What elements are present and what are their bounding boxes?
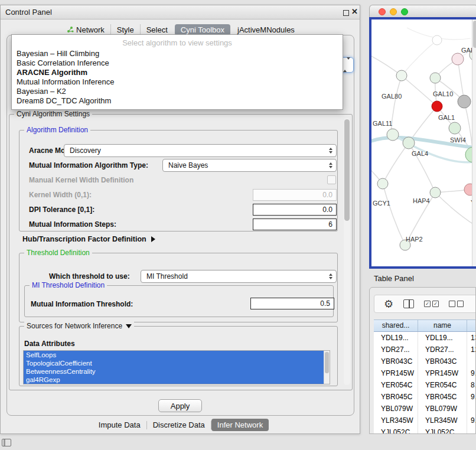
tab-select[interactable]: Select xyxy=(140,24,174,35)
network-view-frame: GAL GAL80 GAL10 GAL11 GAL1 SWI4 GAL4 GCY… xyxy=(369,17,476,269)
network-node[interactable] xyxy=(432,35,442,45)
column-header-name[interactable]: name xyxy=(418,320,467,331)
table-row[interactable]: YER054CYER054C8. xyxy=(374,379,476,391)
threshold-definition-group: Threshold Definition Which threshold to … xyxy=(19,253,338,322)
network-node-red[interactable] xyxy=(432,101,442,112)
combo-arrows-icon xyxy=(329,273,336,279)
network-node[interactable] xyxy=(430,187,441,198)
dropdown-item-mutual-information[interactable]: Mutual Information Inference xyxy=(12,77,343,87)
mi-threshold-group: MI Threshold Definition Mutual Informati… xyxy=(24,285,334,317)
dpi-tolerance-label: DPI Tolerance [0,1]: xyxy=(29,206,94,214)
control-panel-titlebar[interactable]: Control Panel ✕ xyxy=(1,5,360,19)
network-window-titlebar[interactable] xyxy=(369,5,476,17)
sources-expander[interactable]: Sources for Network Inference xyxy=(24,322,134,330)
control-panel-window: Control Panel ✕ Network Style Select Cyn… xyxy=(0,5,360,434)
scrollbar-thumb[interactable] xyxy=(344,119,350,221)
settings-scrollbar[interactable] xyxy=(344,118,350,385)
table-row[interactable]: YJL052CYJL052C xyxy=(374,426,476,434)
mi-type-label: Mutual Information Algorithm Type: xyxy=(29,161,148,169)
network-canvas[interactable]: GAL GAL80 GAL10 GAL11 GAL1 SWI4 GAL4 GCY… xyxy=(371,19,476,266)
network-node[interactable] xyxy=(430,73,441,83)
tab-infer-network[interactable]: Infer Network xyxy=(211,419,269,431)
deselect-all-icon[interactable] xyxy=(449,301,464,307)
close-window-icon[interactable]: ✕ xyxy=(351,7,358,16)
which-threshold-select[interactable]: MI Threshold xyxy=(141,270,337,283)
aracne-mode-value: Discovery xyxy=(70,146,101,155)
dropdown-item-bayesian-hill-climbing[interactable]: Bayesian – Hill Climbing xyxy=(12,49,343,58)
tab-impute-data[interactable]: Impute Data xyxy=(93,419,146,431)
table-row[interactable]: YDR27...YDR27...12 xyxy=(374,344,476,356)
mi-algorithm-type-select[interactable]: Naive Bayes xyxy=(162,159,337,172)
bottom-tab-bar: Impute Data Discretize Data Infer Networ… xyxy=(1,419,361,431)
node-label: GAL1 xyxy=(438,114,455,121)
float-window-icon[interactable] xyxy=(343,10,349,16)
zoom-traffic-light[interactable] xyxy=(401,8,408,15)
network-node[interactable] xyxy=(449,122,461,134)
settings-group-title: Cyni Algorithm Settings xyxy=(14,110,92,118)
column-header-shared[interactable]: shared... xyxy=(374,320,418,331)
tab-style[interactable]: Style xyxy=(110,24,140,35)
list-item-selfloops[interactable]: SelfLoops xyxy=(24,351,324,359)
minimized-panel-icon[interactable] xyxy=(2,439,11,446)
algorithm-dropdown-popup: Select algorithm to view settings Bayesi… xyxy=(11,34,343,110)
tab-label: Cyni Toolbox xyxy=(181,25,224,34)
attributes-list-scrollbar[interactable] xyxy=(324,351,330,384)
aracne-mode-select[interactable]: Discovery xyxy=(64,144,337,157)
columns-icon[interactable] xyxy=(403,299,414,308)
network-scrollbar[interactable] xyxy=(472,19,476,266)
threshold-definition-title: Threshold Definition xyxy=(24,249,92,257)
network-icon xyxy=(67,26,74,33)
table-row[interactable]: YDL19...YDL19...13 xyxy=(374,332,476,344)
scrollbar-thumb[interactable] xyxy=(473,21,476,48)
close-traffic-light[interactable] xyxy=(379,8,386,15)
list-item-betweennesscentrality[interactable]: BetweennessCentrality xyxy=(24,367,324,376)
table-row[interactable]: YBR045CYBR045C9. xyxy=(374,391,476,403)
network-node[interactable] xyxy=(452,53,464,65)
node-label: GAL4 xyxy=(412,150,428,157)
dropdown-item-basic-correlation[interactable]: Basic Correlation Inference xyxy=(12,58,343,68)
node-label: GCY1 xyxy=(373,200,390,207)
hub-definition-expander[interactable]: Hub/Transcription Factor Definition xyxy=(22,235,155,243)
scrollbar-thumb[interactable] xyxy=(325,352,329,373)
table-row[interactable]: YLR345WYLR345W9. xyxy=(374,415,476,426)
algorithm-definition-group: Algorithm Definition Aracne Mode: Discov… xyxy=(19,130,338,231)
table-row[interactable]: YBL079WYBL079W xyxy=(374,403,476,415)
network-node[interactable] xyxy=(403,137,415,149)
network-node[interactable] xyxy=(377,178,388,189)
network-node[interactable] xyxy=(387,129,399,141)
cyni-algorithm-settings-group: Cyni Algorithm Settings Algorithm Defini… xyxy=(9,114,353,390)
mi-threshold-input[interactable] xyxy=(250,298,334,309)
unchecked-box-icon xyxy=(457,301,464,307)
dropdown-item-aracne[interactable]: ARACNE Algorithm xyxy=(12,68,343,77)
expander-right-icon xyxy=(151,236,155,242)
which-threshold-label: Which threshold to use: xyxy=(49,272,130,281)
table-row[interactable]: YBR043CYBR043C xyxy=(374,356,476,367)
minimize-traffic-light[interactable] xyxy=(390,8,397,15)
tab-discretize-data[interactable]: Discretize Data xyxy=(147,419,211,431)
column-header-partial[interactable] xyxy=(467,320,476,331)
node-label: GAL80 xyxy=(382,93,402,100)
node-label: GAL10 xyxy=(433,90,453,97)
node-label: GAL11 xyxy=(373,120,392,127)
list-item-topologicalcoefficient[interactable]: TopologicalCoefficient xyxy=(24,359,324,367)
gear-icon[interactable]: ⚙ xyxy=(384,299,393,309)
tab-cyni-toolbox[interactable]: Cyni Toolbox xyxy=(175,24,230,35)
mi-steps-input[interactable] xyxy=(253,219,337,230)
mi-threshold-label: Mutual Information Threshold: xyxy=(31,300,133,308)
network-node-gray[interactable] xyxy=(458,95,471,108)
data-attributes-list[interactable]: SelfLoops TopologicalCoefficient Between… xyxy=(23,350,330,384)
select-all-icon[interactable] xyxy=(424,301,439,307)
dropdown-item-bayesian-k2[interactable]: Bayesian – K2 xyxy=(12,87,343,96)
tab-network[interactable]: Network xyxy=(61,24,110,35)
dpi-tolerance-input[interactable] xyxy=(253,204,337,216)
table-body: YDL19...YDL19...13 YDR27...YDR27...12 YB… xyxy=(374,332,476,434)
mi-steps-label: Mutual Information Steps: xyxy=(29,220,116,229)
dropdown-item-dream8[interactable]: Dream8 DC_TDC Algorithm xyxy=(12,96,343,106)
table-row[interactable]: YPR145WYPR145W9. xyxy=(374,367,476,379)
network-node[interactable] xyxy=(396,70,407,81)
apply-button[interactable]: Apply xyxy=(158,399,202,412)
tab-jactivemnodules[interactable]: jActiveMNodules xyxy=(232,24,301,35)
list-item-gal4rgexp[interactable]: gal4RGexp xyxy=(24,376,324,384)
node-label: SWI4 xyxy=(450,136,466,144)
which-threshold-value: MI Threshold xyxy=(146,272,188,281)
